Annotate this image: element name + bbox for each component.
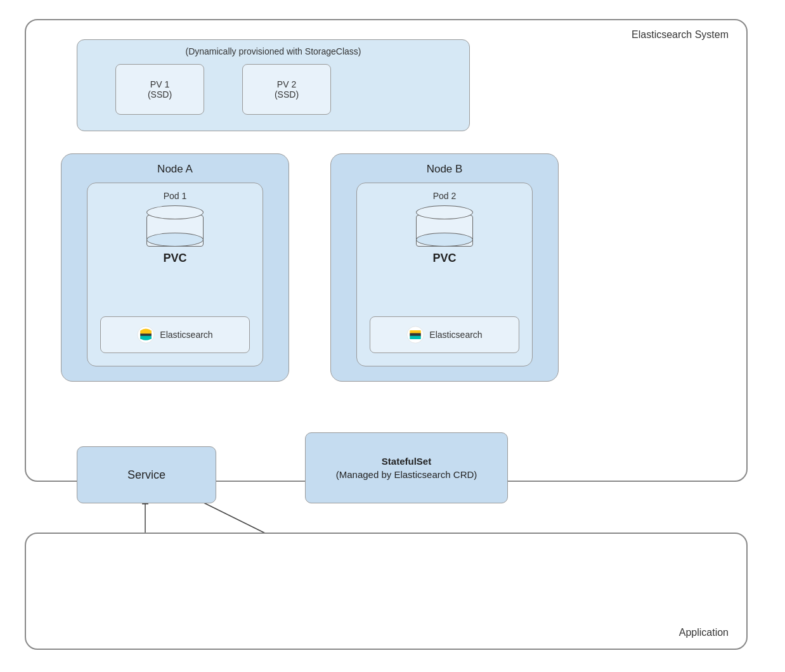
node-a-box: Node A Pod 1 PVC (61, 153, 289, 382)
pvc2-container: PVC (416, 205, 473, 265)
pod2-box: Pod 2 PVC Elastics (356, 183, 533, 366)
es1-label: Elasticsearch (160, 330, 212, 340)
pv2-box: PV 2 (SSD) (242, 64, 331, 115)
pv1-label-line2: (SSD) (148, 89, 172, 100)
pvc1-label: PVC (163, 252, 186, 265)
diagram-wrapper: Elasticsearch System (Dynamically provis… (18, 13, 767, 659)
svg-rect-21 (410, 336, 422, 339)
service-box: Service (77, 446, 216, 503)
svg-rect-16 (141, 330, 152, 333)
es2-logo-icon (406, 326, 424, 344)
cylinder-top-2 (416, 205, 473, 219)
node-b-label: Node B (427, 163, 463, 176)
es2-box: Elasticsearch (370, 316, 519, 353)
pv2-label-line2: (SSD) (275, 89, 299, 100)
node-b-box: Node B Pod 2 PVC (330, 153, 559, 382)
statefulset-line2: (Managed by Elasticsearch CRD) (336, 469, 477, 480)
pv-container-label: (Dynamically provisioned with StorageCla… (186, 46, 361, 56)
service-label: Service (127, 468, 165, 482)
system-label: Elasticsearch System (632, 29, 729, 41)
es1-box: Elasticsearch (100, 316, 250, 353)
node-a-label: Node A (157, 163, 193, 176)
es2-label: Elasticsearch (429, 330, 482, 340)
cylinder-bottom (146, 233, 204, 247)
application-label: Application (679, 627, 729, 638)
pv1-box: PV 1 (SSD) (115, 64, 204, 115)
statefulset-line1: StatefulSet (336, 456, 477, 467)
pvc2-label: PVC (432, 252, 456, 265)
statefulset-text: StatefulSet (Managed by Elasticsearch CR… (336, 456, 477, 480)
pvc1-container: PVC (146, 205, 204, 265)
application-box: Application Search Service Web Search Se… (25, 533, 748, 650)
cylinder-top (146, 205, 204, 219)
pvc2-cylinder (416, 205, 473, 247)
es1-logo-icon (137, 326, 155, 344)
pvc1-cylinder (146, 205, 204, 247)
statefulset-box: StatefulSet (Managed by Elasticsearch CR… (305, 432, 508, 503)
pod1-box: Pod 1 PVC (87, 183, 263, 366)
pv-container: (Dynamically provisioned with StorageCla… (77, 39, 470, 131)
pod2-label: Pod 2 (433, 191, 457, 201)
pv1-label-line1: PV 1 (150, 79, 169, 89)
cylinder-bottom-2 (416, 233, 473, 247)
pod1-label: Pod 1 (164, 191, 187, 201)
svg-rect-17 (141, 336, 152, 339)
elasticsearch-system-box: Elasticsearch System (Dynamically provis… (25, 19, 748, 482)
pv2-label-line1: PV 2 (277, 79, 296, 89)
